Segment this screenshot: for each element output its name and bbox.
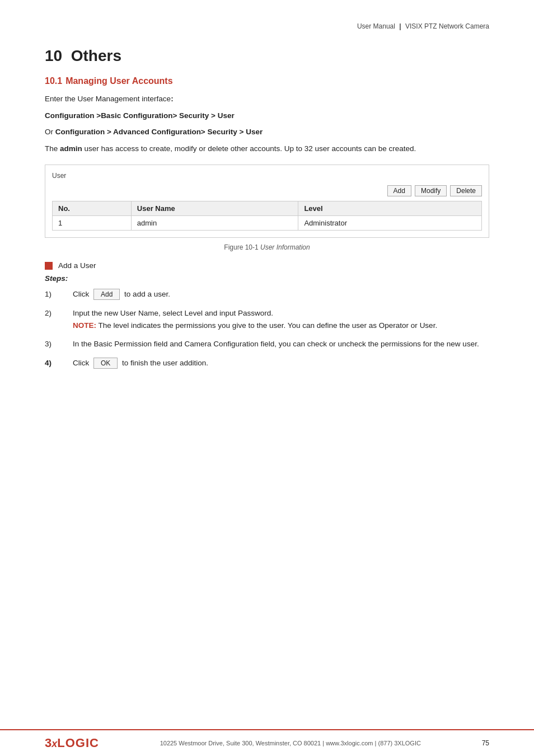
row-username: admin (131, 216, 298, 231)
page-footer: 3xLOGIC 10225 Westmoor Drive, Suite 300,… (0, 729, 534, 756)
step-2-content: Input the new User Name, select Level an… (73, 307, 489, 331)
table-header-row: No. User Name Level (53, 201, 482, 216)
red-square-icon (45, 262, 53, 270)
step-3-content: In the Basic Permission field and Camera… (73, 338, 489, 350)
nav-path1: Configuration >Basic Configuration> Secu… (45, 110, 489, 122)
step-1: 1) Click Add to add a user. (45, 288, 489, 300)
step-2-num: 2) (45, 307, 73, 320)
footer-logo: 3xLOGIC (45, 736, 99, 750)
col-level: Level (298, 201, 482, 216)
delete-button[interactable]: Delete (450, 185, 482, 196)
figure-caption: Figure 10-1 User Information (45, 243, 489, 251)
table-row: 1 admin Administrator (53, 216, 482, 231)
col-username: User Name (131, 201, 298, 216)
step4-ok-button[interactable]: OK (93, 358, 118, 369)
step-1-num: 1) (45, 288, 73, 300)
add-button[interactable]: Add (387, 185, 411, 196)
col-no: No. (53, 201, 132, 216)
step-1-content: Click Add to add a user. (73, 288, 489, 300)
table-toolbar: Add Modify Delete (52, 185, 482, 196)
user-data-table: No. User Name Level 1 admin Administrato… (52, 201, 482, 231)
step-2: 2) Input the new User Name, select Level… (45, 307, 489, 331)
chapter-title: 10 Others (45, 47, 489, 65)
page-header: User Manual | VISIX PTZ Network Camera (45, 22, 489, 30)
add-user-label: Add a User (58, 261, 96, 270)
admin-description: The admin user has access to create, mod… (45, 143, 489, 155)
step-4-num: 4) (45, 357, 73, 369)
footer-address: 10225 Westmoor Drive, Suite 300, Westmin… (110, 740, 471, 746)
section-title: 10.1 Managing User Accounts (45, 76, 489, 86)
step-4: 4) Click OK to finish the user addition. (45, 357, 489, 369)
header-separator: | (399, 22, 401, 30)
row-no: 1 (53, 216, 132, 231)
row-level: Administrator (298, 216, 482, 231)
or-line: Or Configuration > Advanced Configuratio… (45, 126, 489, 138)
user-table-container: User Add Modify Delete No. User Name Lev… (45, 165, 489, 238)
intro-line1: Enter the User Management interface: (45, 93, 489, 105)
steps-list: 1) Click Add to add a user. 2) Input the… (45, 288, 489, 369)
footer-page: 75 (482, 739, 489, 747)
add-user-marker: Add a User (45, 261, 489, 270)
modify-button[interactable]: Modify (415, 185, 447, 196)
step-3: 3) In the Basic Permission field and Cam… (45, 338, 489, 350)
step-3-num: 3) (45, 338, 73, 350)
step-4-content: Click OK to finish the user addition. (73, 357, 489, 369)
product-name: VISIX PTZ Network Camera (405, 22, 489, 30)
step1-add-button[interactable]: Add (93, 289, 120, 300)
steps-label: Steps: (45, 274, 489, 283)
manual-title: User Manual (357, 22, 395, 30)
table-label: User (52, 172, 482, 180)
